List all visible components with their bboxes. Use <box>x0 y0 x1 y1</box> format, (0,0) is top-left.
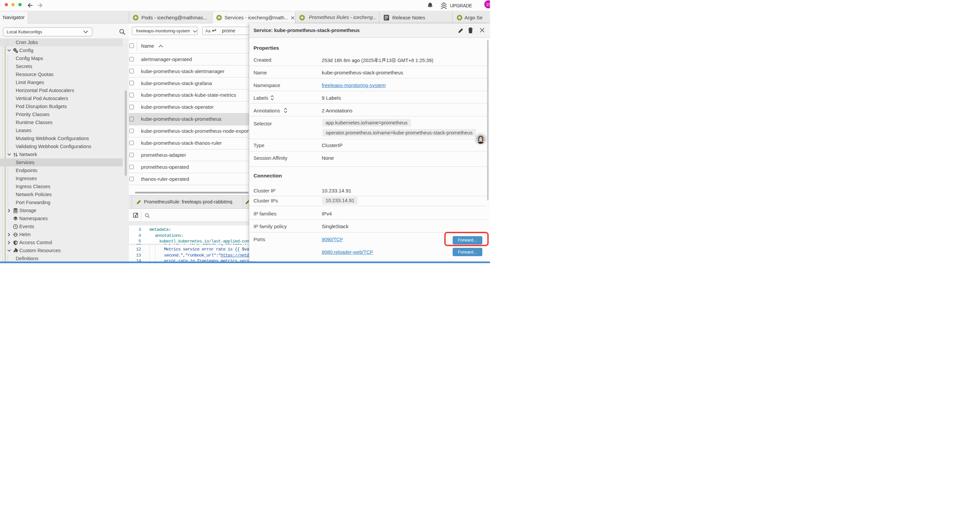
svg-text:HELM: HELM <box>13 234 18 236</box>
